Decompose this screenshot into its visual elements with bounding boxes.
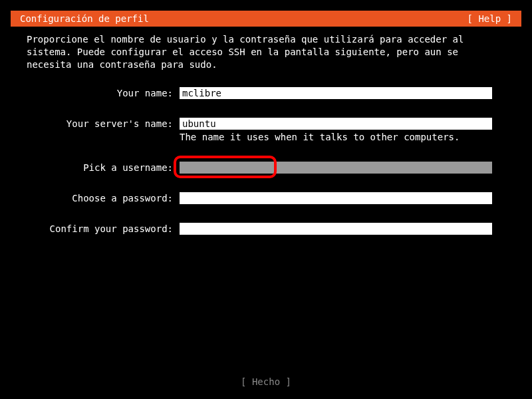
help-button[interactable]: [ Help ] — [467, 11, 512, 27]
footer-bar: [ Hecho ] — [0, 376, 532, 387]
password-label: Choose a password: — [27, 192, 180, 204]
intro-text: Proporcione el nombre de usuario y la co… — [27, 33, 505, 71]
server-input[interactable]: ubuntu — [180, 118, 492, 130]
form-group-password: Choose a password: — [27, 192, 505, 204]
form-group-name: Your name: mclibre — [27, 87, 505, 99]
form-group-username: Pick a username: — [27, 162, 505, 174]
page-title: Configuración de perfil — [20, 11, 149, 27]
header-bar: Configuración de perfil [ Help ] — [11, 11, 521, 27]
form-group-server: Your server's name: ubuntu The name it u… — [27, 118, 505, 143]
username-label: Pick a username: — [27, 162, 180, 174]
name-input[interactable]: mclibre — [180, 87, 492, 99]
confirm-input[interactable] — [180, 223, 492, 235]
form-group-confirm: Confirm your password: — [27, 223, 505, 235]
done-button[interactable]: [ Hecho ] — [241, 376, 291, 387]
confirm-label: Confirm your password: — [27, 223, 180, 235]
username-input[interactable] — [180, 162, 492, 174]
password-input[interactable] — [180, 192, 492, 204]
server-hint: The name it uses when it talks to other … — [180, 130, 505, 143]
name-label: Your name: — [27, 87, 180, 99]
content-area: Proporcione el nombre de usuario y la co… — [0, 27, 532, 235]
server-label: Your server's name: — [27, 118, 180, 130]
